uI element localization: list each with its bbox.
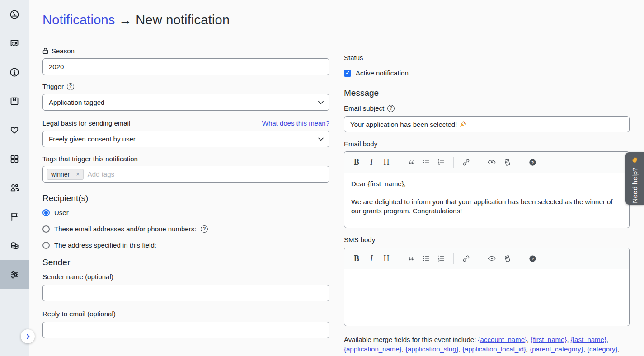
merge-field-link[interactable]: {application_local_id} [462, 345, 526, 353]
sms-body-editor[interactable]: B I H ? [344, 248, 630, 326]
merge-field-link[interactable]: {last_name} [571, 336, 606, 343]
active-notification-checkbox[interactable] [344, 70, 351, 77]
remove-tag-icon[interactable]: × [73, 171, 80, 178]
season-label-row: Season [42, 47, 329, 55]
need-help-label: Need help? [631, 167, 639, 203]
merge-field-link[interactable]: {category} [587, 345, 618, 353]
breadcrumb-arrow: → [119, 13, 132, 27]
preview-eye-icon[interactable] [487, 253, 496, 264]
sidebar-expand-button[interactable] [21, 329, 35, 343]
merge-field-link[interactable]: {first_name} [531, 336, 567, 343]
sidebar-item-map[interactable] [0, 29, 29, 58]
tags-input[interactable]: winner × Add tags [42, 166, 329, 183]
sidebar-item-speed-clock[interactable] [0, 0, 29, 29]
map-route-icon [9, 38, 20, 49]
italic-button[interactable]: I [367, 157, 376, 168]
radio-user[interactable] [42, 209, 50, 216]
email-subject-value: Your application has been selected! [350, 121, 457, 128]
merge-field-link[interactable]: {parent_category} [530, 345, 583, 353]
blockquote-icon[interactable] [407, 253, 415, 264]
status-label: Status [344, 54, 630, 61]
need-help-tab[interactable]: Need help? [625, 152, 644, 205]
recipient-option-user[interactable]: User [42, 209, 329, 216]
sidebar-item-coins[interactable] [0, 231, 29, 260]
toolbar-divider [479, 253, 479, 264]
recipient-option-addresses[interactable]: These email addresses and/or phone numbe… [42, 225, 329, 233]
form-left-column: Season Trigger Application tagged Legal … [42, 47, 329, 338]
bold-button[interactable]: B [353, 253, 361, 264]
waving-hand-icon [631, 156, 639, 164]
merge-field-link[interactable]: {account_url} [375, 354, 414, 356]
form-right-column: Status Active notification Message Email… [344, 54, 630, 356]
chevron-down-icon [318, 137, 324, 141]
guide-book-icon[interactable] [503, 253, 512, 264]
svg-text:?: ? [531, 159, 534, 164]
radio-field[interactable] [42, 242, 50, 249]
help-icon[interactable] [201, 225, 208, 233]
sender-name-label: Sender name (optional) [42, 273, 329, 281]
sidebar-item-info[interactable] [0, 58, 29, 87]
sidebar-item-grid[interactable] [0, 145, 29, 173]
sidebar-item-notification-settings[interactable] [0, 260, 29, 289]
trigger-select[interactable]: Application tagged [42, 94, 329, 111]
link-icon[interactable] [462, 253, 470, 264]
merge-fields-lead: Available merge fields for this event in… [344, 336, 478, 343]
sender-name-input[interactable] [42, 285, 329, 301]
legal-basis-help-link[interactable]: What does this mean? [262, 119, 329, 127]
tag-chip-label: winner [51, 171, 70, 178]
bullet-list-icon[interactable] [422, 253, 430, 264]
breadcrumb-notifications-link[interactable]: Notifications [42, 13, 115, 27]
merge-field-link[interactable]: {user_field:abcd1234} [507, 354, 572, 356]
sms-body-content[interactable] [344, 269, 629, 326]
help-circle-icon[interactable]: ? [528, 253, 537, 264]
email-subject-input[interactable]: Your application has been selected! [344, 116, 630, 132]
merge-field-link[interactable]: {chapter} [344, 354, 371, 356]
sender-heading: Sender [42, 258, 329, 267]
ordered-list-icon[interactable] [437, 253, 445, 264]
help-icon[interactable] [67, 83, 74, 90]
legal-basis-label: Legal basis for sending email [42, 119, 130, 127]
merge-field-link[interactable]: {account_name} [478, 336, 527, 343]
grid-icon [9, 154, 20, 164]
merge-field-link[interactable]: {application_name} [344, 345, 402, 353]
tags-label: Tags that trigger this notification [42, 155, 329, 163]
heading-button[interactable]: H [382, 253, 390, 264]
sidebar-item-heart[interactable] [0, 116, 29, 145]
preview-eye-icon[interactable] [487, 157, 496, 168]
page-title-text: New notification [136, 13, 230, 27]
sidebar-item-flag[interactable] [0, 202, 29, 231]
reply-to-input[interactable] [42, 322, 329, 338]
merge-field-link[interactable]: {application_field:abcd1234} [418, 354, 503, 356]
ordered-list-icon[interactable] [437, 157, 445, 168]
active-notification-row[interactable]: Active notification [344, 69, 630, 77]
coins-icon [9, 240, 20, 251]
radio-addresses[interactable] [42, 225, 50, 233]
season-input[interactable] [42, 58, 329, 75]
bold-button[interactable]: B [353, 157, 361, 168]
editor-toolbar: B I H ? [344, 152, 629, 173]
merge-field-link[interactable]: {application_slug} [405, 345, 459, 353]
guide-book-icon[interactable] [503, 157, 512, 168]
recipient-option-field[interactable]: The address specified in this field: [42, 241, 329, 249]
email-body-paragraph: We are delighted to inform you that your… [351, 197, 622, 215]
italic-button[interactable]: I [367, 253, 376, 264]
toolbar-divider [399, 157, 399, 168]
bookmark-icon [9, 96, 20, 107]
help-icon[interactable] [387, 105, 395, 112]
email-body-editor[interactable]: B I H ? Dear {first_name}, [344, 151, 630, 228]
sidebar-item-bookmark[interactable] [0, 87, 29, 116]
help-circle-icon[interactable]: ? [528, 157, 537, 168]
legal-basis-select[interactable]: Freely given consent by user [42, 131, 329, 147]
bullet-list-icon[interactable] [422, 157, 430, 168]
legal-basis-label-row: Legal basis for sending email What does … [42, 119, 329, 127]
link-icon[interactable] [462, 157, 470, 168]
trigger-label-row: Trigger [42, 83, 329, 90]
email-body-content[interactable]: Dear {first_name}, We are delighted to i… [344, 173, 629, 228]
sidebar-item-users[interactable] [0, 173, 29, 202]
heading-button[interactable]: H [382, 157, 390, 168]
legal-basis-select-value: Freely given consent by user [49, 135, 136, 143]
radio-addresses-label: These email addresses and/or phone numbe… [54, 225, 196, 233]
trigger-select-value: Application tagged [49, 98, 104, 106]
radio-field-label: The address specified in this field: [54, 241, 156, 249]
blockquote-icon[interactable] [407, 157, 415, 168]
